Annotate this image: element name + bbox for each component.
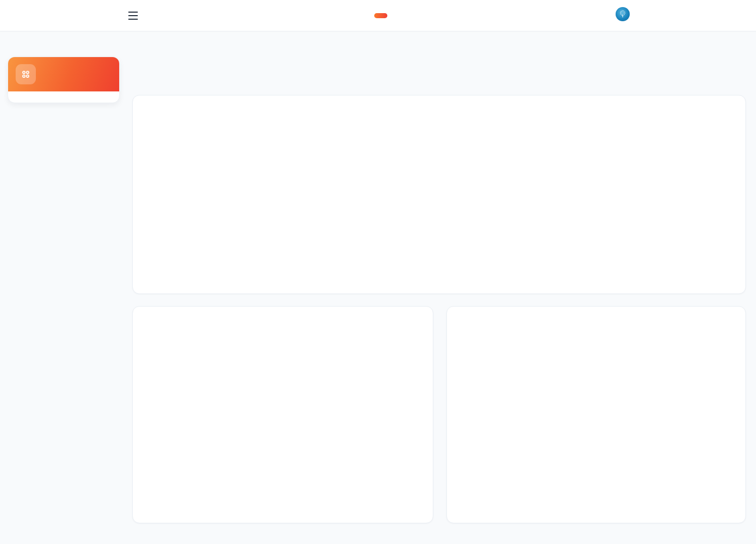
orders-bar-chart — [147, 332, 420, 459]
bottom-row — [132, 306, 746, 523]
sidebar-header — [8, 57, 119, 91]
donut-hole — [486, 357, 531, 402]
orders-chart-card — [132, 306, 433, 523]
page-head — [132, 65, 746, 68]
b2b-b2c-card — [446, 306, 746, 523]
revenue-chart-card — [132, 95, 746, 294]
brand — [0, 0, 756, 31]
tree-logo-icon — [618, 9, 628, 19]
hamburger-menu-icon[interactable] — [128, 12, 138, 20]
grid-icon — [16, 64, 36, 84]
avatar[interactable] — [616, 7, 630, 21]
revenue-area-chart — [145, 121, 734, 271]
donut-chart — [473, 344, 544, 415]
admin-badge — [374, 13, 387, 18]
main-content — [132, 65, 746, 523]
sidebar-nav — [8, 91, 119, 103]
donut-row — [461, 344, 731, 415]
sidebar — [8, 57, 120, 103]
topbar — [0, 0, 756, 31]
